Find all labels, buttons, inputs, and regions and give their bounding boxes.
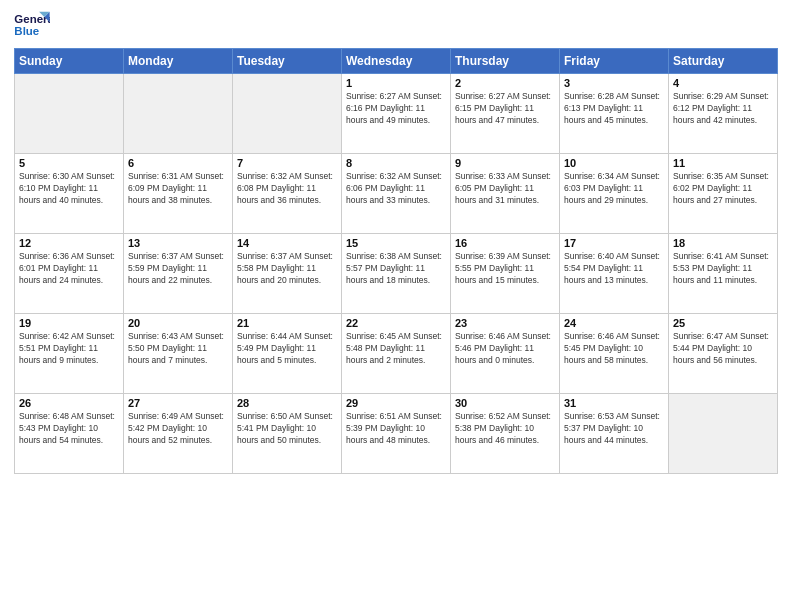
day-info: Sunrise: 6:29 AM Sunset: 6:12 PM Dayligh… — [673, 91, 773, 127]
day-info: Sunrise: 6:45 AM Sunset: 5:48 PM Dayligh… — [346, 331, 446, 367]
day-number: 16 — [455, 237, 555, 249]
weekday-header-tuesday: Tuesday — [233, 49, 342, 74]
calendar-cell — [124, 74, 233, 154]
weekday-header-saturday: Saturday — [669, 49, 778, 74]
calendar-cell: 16Sunrise: 6:39 AM Sunset: 5:55 PM Dayli… — [451, 234, 560, 314]
day-number: 11 — [673, 157, 773, 169]
day-info: Sunrise: 6:37 AM Sunset: 5:59 PM Dayligh… — [128, 251, 228, 287]
day-info: Sunrise: 6:43 AM Sunset: 5:50 PM Dayligh… — [128, 331, 228, 367]
day-info: Sunrise: 6:33 AM Sunset: 6:05 PM Dayligh… — [455, 171, 555, 207]
day-number: 19 — [19, 317, 119, 329]
week-row-1: 1Sunrise: 6:27 AM Sunset: 6:16 PM Daylig… — [15, 74, 778, 154]
day-number: 5 — [19, 157, 119, 169]
calendar-cell: 29Sunrise: 6:51 AM Sunset: 5:39 PM Dayli… — [342, 394, 451, 474]
day-info: Sunrise: 6:44 AM Sunset: 5:49 PM Dayligh… — [237, 331, 337, 367]
day-number: 4 — [673, 77, 773, 89]
page-container: General Blue SundayMondayTuesdayWednesda… — [0, 0, 792, 480]
day-number: 27 — [128, 397, 228, 409]
calendar-cell: 18Sunrise: 6:41 AM Sunset: 5:53 PM Dayli… — [669, 234, 778, 314]
weekday-header-sunday: Sunday — [15, 49, 124, 74]
calendar-cell: 30Sunrise: 6:52 AM Sunset: 5:38 PM Dayli… — [451, 394, 560, 474]
calendar-cell: 26Sunrise: 6:48 AM Sunset: 5:43 PM Dayli… — [15, 394, 124, 474]
day-number: 30 — [455, 397, 555, 409]
day-info: Sunrise: 6:30 AM Sunset: 6:10 PM Dayligh… — [19, 171, 119, 207]
calendar-cell: 10Sunrise: 6:34 AM Sunset: 6:03 PM Dayli… — [560, 154, 669, 234]
calendar-cell: 1Sunrise: 6:27 AM Sunset: 6:16 PM Daylig… — [342, 74, 451, 154]
day-info: Sunrise: 6:34 AM Sunset: 6:03 PM Dayligh… — [564, 171, 664, 207]
day-info: Sunrise: 6:49 AM Sunset: 5:42 PM Dayligh… — [128, 411, 228, 447]
day-number: 1 — [346, 77, 446, 89]
day-info: Sunrise: 6:37 AM Sunset: 5:58 PM Dayligh… — [237, 251, 337, 287]
weekday-header-monday: Monday — [124, 49, 233, 74]
day-info: Sunrise: 6:31 AM Sunset: 6:09 PM Dayligh… — [128, 171, 228, 207]
day-info: Sunrise: 6:51 AM Sunset: 5:39 PM Dayligh… — [346, 411, 446, 447]
day-number: 13 — [128, 237, 228, 249]
calendar-cell: 3Sunrise: 6:28 AM Sunset: 6:13 PM Daylig… — [560, 74, 669, 154]
calendar-cell: 27Sunrise: 6:49 AM Sunset: 5:42 PM Dayli… — [124, 394, 233, 474]
calendar-cell: 8Sunrise: 6:32 AM Sunset: 6:06 PM Daylig… — [342, 154, 451, 234]
calendar-cell: 11Sunrise: 6:35 AM Sunset: 6:02 PM Dayli… — [669, 154, 778, 234]
day-info: Sunrise: 6:27 AM Sunset: 6:15 PM Dayligh… — [455, 91, 555, 127]
calendar-cell: 24Sunrise: 6:46 AM Sunset: 5:45 PM Dayli… — [560, 314, 669, 394]
day-info: Sunrise: 6:36 AM Sunset: 6:01 PM Dayligh… — [19, 251, 119, 287]
weekday-header-friday: Friday — [560, 49, 669, 74]
calendar-cell: 6Sunrise: 6:31 AM Sunset: 6:09 PM Daylig… — [124, 154, 233, 234]
day-number: 25 — [673, 317, 773, 329]
day-number: 21 — [237, 317, 337, 329]
weekday-header-thursday: Thursday — [451, 49, 560, 74]
day-info: Sunrise: 6:53 AM Sunset: 5:37 PM Dayligh… — [564, 411, 664, 447]
calendar-cell: 28Sunrise: 6:50 AM Sunset: 5:41 PM Dayli… — [233, 394, 342, 474]
week-row-5: 26Sunrise: 6:48 AM Sunset: 5:43 PM Dayli… — [15, 394, 778, 474]
day-number: 24 — [564, 317, 664, 329]
day-info: Sunrise: 6:28 AM Sunset: 6:13 PM Dayligh… — [564, 91, 664, 127]
day-number: 15 — [346, 237, 446, 249]
day-number: 29 — [346, 397, 446, 409]
day-info: Sunrise: 6:32 AM Sunset: 6:08 PM Dayligh… — [237, 171, 337, 207]
logo-icon: General Blue — [14, 10, 50, 40]
calendar-table: SundayMondayTuesdayWednesdayThursdayFrid… — [14, 48, 778, 474]
day-info: Sunrise: 6:42 AM Sunset: 5:51 PM Dayligh… — [19, 331, 119, 367]
calendar-cell: 21Sunrise: 6:44 AM Sunset: 5:49 PM Dayli… — [233, 314, 342, 394]
calendar-cell: 12Sunrise: 6:36 AM Sunset: 6:01 PM Dayli… — [15, 234, 124, 314]
day-info: Sunrise: 6:38 AM Sunset: 5:57 PM Dayligh… — [346, 251, 446, 287]
calendar-cell: 5Sunrise: 6:30 AM Sunset: 6:10 PM Daylig… — [15, 154, 124, 234]
calendar-cell: 31Sunrise: 6:53 AM Sunset: 5:37 PM Dayli… — [560, 394, 669, 474]
day-number: 22 — [346, 317, 446, 329]
day-number: 2 — [455, 77, 555, 89]
day-info: Sunrise: 6:52 AM Sunset: 5:38 PM Dayligh… — [455, 411, 555, 447]
calendar-cell — [233, 74, 342, 154]
weekday-header-row: SundayMondayTuesdayWednesdayThursdayFrid… — [15, 49, 778, 74]
calendar-cell: 25Sunrise: 6:47 AM Sunset: 5:44 PM Dayli… — [669, 314, 778, 394]
calendar-cell: 15Sunrise: 6:38 AM Sunset: 5:57 PM Dayli… — [342, 234, 451, 314]
day-info: Sunrise: 6:46 AM Sunset: 5:45 PM Dayligh… — [564, 331, 664, 367]
calendar-cell — [15, 74, 124, 154]
calendar-cell: 20Sunrise: 6:43 AM Sunset: 5:50 PM Dayli… — [124, 314, 233, 394]
calendar-cell — [669, 394, 778, 474]
calendar-cell: 19Sunrise: 6:42 AM Sunset: 5:51 PM Dayli… — [15, 314, 124, 394]
svg-text:Blue: Blue — [14, 25, 39, 37]
day-info: Sunrise: 6:35 AM Sunset: 6:02 PM Dayligh… — [673, 171, 773, 207]
day-number: 9 — [455, 157, 555, 169]
calendar-cell: 13Sunrise: 6:37 AM Sunset: 5:59 PM Dayli… — [124, 234, 233, 314]
calendar-cell: 9Sunrise: 6:33 AM Sunset: 6:05 PM Daylig… — [451, 154, 560, 234]
day-info: Sunrise: 6:50 AM Sunset: 5:41 PM Dayligh… — [237, 411, 337, 447]
calendar-cell: 22Sunrise: 6:45 AM Sunset: 5:48 PM Dayli… — [342, 314, 451, 394]
day-number: 18 — [673, 237, 773, 249]
day-number: 23 — [455, 317, 555, 329]
day-info: Sunrise: 6:46 AM Sunset: 5:46 PM Dayligh… — [455, 331, 555, 367]
day-number: 14 — [237, 237, 337, 249]
day-info: Sunrise: 6:32 AM Sunset: 6:06 PM Dayligh… — [346, 171, 446, 207]
day-number: 12 — [19, 237, 119, 249]
calendar-cell: 4Sunrise: 6:29 AM Sunset: 6:12 PM Daylig… — [669, 74, 778, 154]
day-info: Sunrise: 6:39 AM Sunset: 5:55 PM Dayligh… — [455, 251, 555, 287]
calendar-cell: 17Sunrise: 6:40 AM Sunset: 5:54 PM Dayli… — [560, 234, 669, 314]
week-row-2: 5Sunrise: 6:30 AM Sunset: 6:10 PM Daylig… — [15, 154, 778, 234]
day-number: 10 — [564, 157, 664, 169]
day-number: 26 — [19, 397, 119, 409]
day-number: 31 — [564, 397, 664, 409]
day-number: 7 — [237, 157, 337, 169]
day-number: 8 — [346, 157, 446, 169]
day-number: 20 — [128, 317, 228, 329]
calendar-cell: 23Sunrise: 6:46 AM Sunset: 5:46 PM Dayli… — [451, 314, 560, 394]
day-number: 28 — [237, 397, 337, 409]
